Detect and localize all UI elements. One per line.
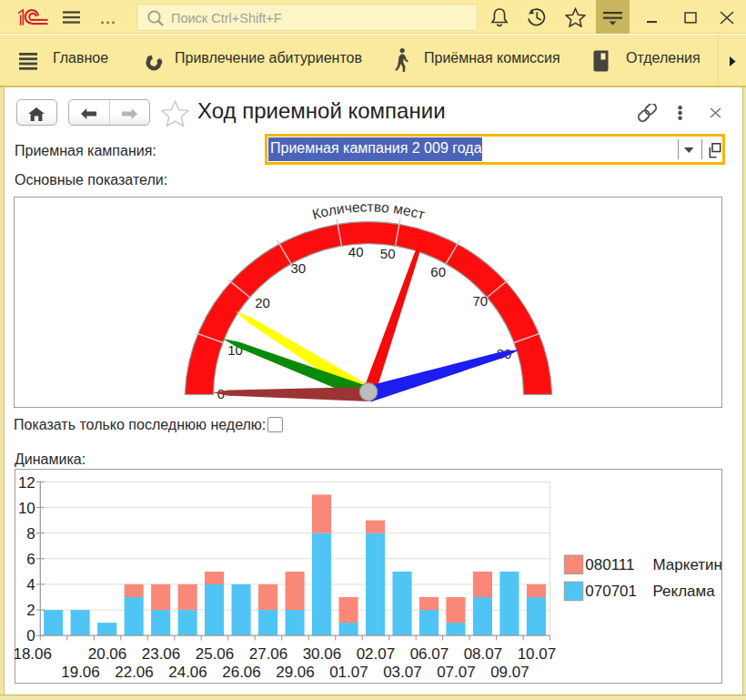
svg-text:50: 50 (380, 246, 396, 261)
svg-text:30: 30 (290, 260, 306, 276)
svg-text:4: 4 (26, 576, 35, 593)
svg-text:26.06: 26.06 (222, 664, 261, 681)
svg-text:6: 6 (26, 551, 35, 568)
svg-text:10.07: 10.07 (518, 645, 557, 663)
svg-text:29.06: 29.06 (276, 664, 315, 681)
svg-text:03.07: 03.07 (383, 664, 422, 681)
svg-text:10: 10 (18, 500, 35, 517)
svg-text:20: 20 (255, 295, 270, 310)
svg-text:8: 8 (26, 525, 35, 543)
svg-text:06.07: 06.07 (410, 645, 449, 663)
svg-text:0: 0 (26, 627, 35, 644)
svg-text:2: 2 (26, 602, 35, 619)
svg-text:080111: 080111 (585, 556, 634, 573)
svg-text:27.06: 27.06 (249, 645, 288, 663)
svg-text:30.06: 30.06 (303, 645, 342, 663)
svg-text:07.07: 07.07 (437, 664, 476, 681)
svg-text:24.06: 24.06 (168, 664, 207, 681)
svg-text:18.06: 18.06 (15, 645, 52, 663)
svg-text:20.06: 20.06 (88, 645, 127, 663)
svg-text:23.06: 23.06 (142, 645, 181, 663)
svg-text:Реклама: Реклама (653, 583, 716, 600)
svg-text:Маркетинг: Маркетинг (653, 556, 723, 573)
svg-text:12: 12 (18, 474, 35, 492)
svg-text:40: 40 (348, 244, 364, 259)
svg-text:Количество мест: Количество мест (310, 198, 427, 222)
svg-text:02.07: 02.07 (357, 645, 396, 663)
svg-text:25.06: 25.06 (196, 645, 235, 663)
svg-text:19.06: 19.06 (61, 664, 100, 681)
svg-text:08.07: 08.07 (464, 645, 503, 663)
svg-text:60: 60 (430, 264, 446, 279)
svg-text:09.07: 09.07 (490, 664, 529, 681)
svg-text:01.07: 01.07 (329, 664, 368, 681)
svg-text:70: 70 (472, 293, 488, 309)
svg-text:22.06: 22.06 (115, 664, 154, 681)
svg-text:070701: 070701 (585, 583, 637, 600)
